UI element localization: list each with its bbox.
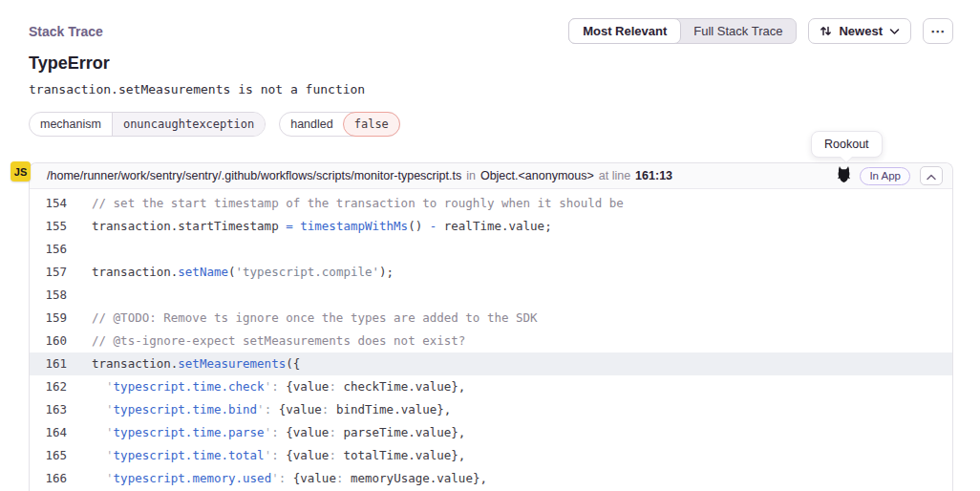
line-number: 164 [30, 421, 72, 444]
line-number: 161 [30, 352, 72, 375]
frame-at-line-word: at line [599, 169, 630, 182]
line-number: 160 [30, 330, 72, 352]
chevron-down-icon [889, 28, 900, 35]
line-number: 166 [30, 467, 72, 490]
line-number: 157 [30, 261, 72, 284]
code-line: 159// @TODO: Remove ts ignore once the t… [30, 307, 952, 330]
line-source: transaction.setMeasurements({ [72, 352, 300, 375]
frame-function-name: Object.<anonymous> [480, 169, 594, 182]
line-number: 158 [30, 284, 72, 307]
rookout-tooltip: Rookout [811, 131, 883, 158]
in-app-badge: In App [860, 167, 910, 185]
code-line: 163 'typescript.time.bind': {value: bind… [30, 398, 952, 421]
code-context: 154// set the start timestamp of the tra… [30, 189, 952, 490]
ellipsis-icon: ⋯ [930, 23, 946, 40]
sort-button[interactable]: Newest [808, 18, 911, 44]
line-source: // @ts-ignore-expect setMeasurements doe… [72, 330, 465, 352]
line-number: 155 [30, 215, 72, 238]
tag-handled[interactable]: handled false [279, 112, 400, 137]
code-line-active: 161transaction.setMeasurements({ [30, 352, 952, 375]
frame-in-word: in [466, 169, 476, 182]
tag-key: mechanism [30, 113, 112, 136]
code-line: 158 [30, 284, 952, 307]
javascript-platform-icon: JS [11, 161, 31, 181]
view-toggle-most-relevant[interactable]: Most Relevant [568, 18, 681, 44]
frame-title: /home/runner/work/sentry/sentry/.github/… [47, 169, 672, 182]
line-source [72, 284, 92, 307]
view-toggle: Most Relevant Full Stack Trace [568, 18, 797, 44]
tag-mechanism[interactable]: mechanism onuncaughtexception [29, 112, 266, 137]
code-line: 166 'typescript.memory.used': {value: me… [30, 467, 952, 490]
more-options-button[interactable]: ⋯ [923, 18, 953, 44]
line-source: transaction.startTimestamp = timestampWi… [72, 215, 552, 238]
tag-value: onuncaughtexception [112, 113, 265, 136]
line-source [72, 238, 92, 261]
code-line: 154// set the start timestamp of the tra… [30, 192, 952, 215]
code-line: 155transaction.startTimestamp = timestam… [30, 215, 952, 238]
code-line: 157transaction.setName('typescript.compi… [30, 261, 952, 284]
tag-list: mechanism onuncaughtexception handled fa… [29, 112, 400, 137]
line-number: 162 [30, 375, 72, 398]
line-source: 'typescript.memory.used': {value: memory… [72, 467, 487, 490]
error-type-title: TypeError [29, 53, 110, 74]
toolbar: Most Relevant Full Stack Trace Newest ⋯ [568, 18, 953, 44]
frame-header[interactable]: /home/runner/work/sentry/sentry/.github/… [30, 163, 952, 189]
line-number: 154 [30, 192, 72, 215]
rookout-icon [838, 166, 850, 185]
line-number: 165 [30, 444, 72, 467]
line-source: 'typescript.time.parse': {value: parseTi… [72, 421, 465, 444]
rookout-button[interactable] [838, 166, 850, 185]
code-line: 160// @ts-ignore-expect setMeasurements … [30, 330, 952, 352]
stack-frame: JS /home/runner/work/sentry/sentry/.gith… [29, 162, 953, 491]
line-source: // set the start timestamp of the transa… [72, 192, 624, 215]
line-number: 159 [30, 307, 72, 330]
tag-value-danger: false [343, 112, 400, 137]
line-source: 'typescript.time.total': {value: totalTi… [72, 444, 465, 467]
code-line: 164 'typescript.time.parse': {value: par… [30, 421, 952, 444]
rookout-tooltip-label: Rookout [824, 138, 869, 151]
frame-file-path: /home/runner/work/sentry/sentry/.github/… [47, 169, 461, 182]
line-source: transaction.setName('typescript.compile'… [72, 261, 394, 284]
line-source: // @TODO: Remove ts ignore once the type… [72, 307, 538, 330]
code-line: 156 [30, 238, 952, 261]
code-line: 165 'typescript.time.total': {value: tot… [30, 444, 952, 467]
sort-button-label: Newest [839, 24, 883, 38]
sort-arrows-icon [820, 25, 832, 37]
view-toggle-full-stack-trace[interactable]: Full Stack Trace [680, 19, 796, 43]
chevron-up-icon [927, 169, 936, 183]
page-title: Stack Trace [29, 24, 103, 39]
code-line: 162 'typescript.time.check': {value: che… [30, 375, 952, 398]
line-source: 'typescript.time.check': {value: checkTi… [72, 375, 465, 398]
line-number: 163 [30, 398, 72, 421]
tag-key: handled [280, 113, 344, 136]
error-message: transaction.setMeasurements is not a fun… [29, 82, 365, 96]
line-source: 'typescript.time.bind': {value: bindTime… [72, 398, 451, 421]
line-number: 156 [30, 238, 72, 261]
frame-header-actions: In App [838, 166, 943, 185]
frame-line-number: 161:13 [635, 169, 672, 182]
collapse-frame-button[interactable] [920, 166, 943, 185]
